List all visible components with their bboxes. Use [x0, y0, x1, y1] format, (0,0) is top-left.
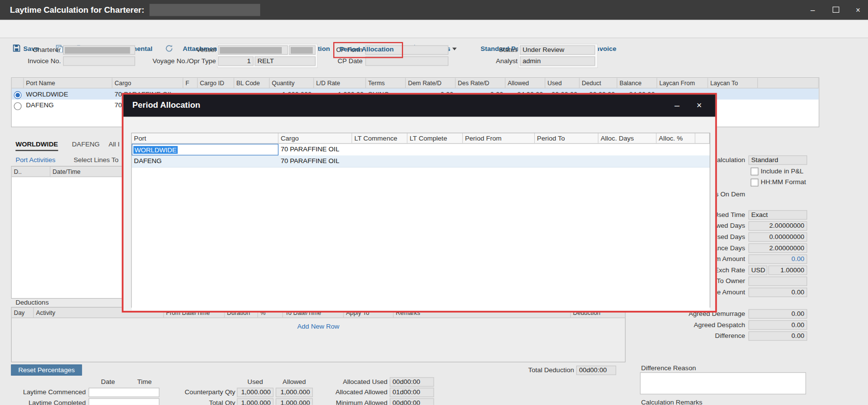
deductions-grid: Day Activity From Date/Time Duration % T… — [11, 307, 626, 362]
add-new-row-link[interactable]: Add New Row — [298, 322, 340, 330]
column-header-alloc-pct[interactable]: Alloc. % — [657, 133, 695, 143]
column-header-used[interactable]: Used — [546, 78, 580, 88]
window-title: Laytime Calculation for Charterer: — [10, 5, 144, 14]
column-header-cargo[interactable]: Cargo — [112, 78, 183, 88]
column-header-dem-rate[interactable]: Dem Rate/D — [406, 78, 456, 88]
period-row-dafeng[interactable]: DAFENG 70 PARAFFINE OIL — [132, 155, 710, 167]
total-qty-label: Total Qty — [158, 398, 235, 405]
toolbar: Save New Incremental Attachments Commiss… — [0, 20, 868, 38]
dem-amount-value: 0.00 — [748, 255, 807, 264]
currency-field[interactable]: USD — [748, 265, 767, 275]
balance-days-value: 2.00000000 — [748, 243, 807, 253]
redacted-vessel-value — [220, 47, 282, 54]
tab-worldwide[interactable]: WORLDWIDE — [16, 141, 58, 151]
column-header-deduct[interactable]: Deduct — [580, 78, 618, 88]
counterparty-qty-label: Counterparty Qty — [158, 388, 235, 397]
invoice-no-field[interactable] — [63, 56, 135, 66]
column-header-f[interactable]: F — [183, 78, 198, 88]
column-header-period-to[interactable]: Period To — [535, 133, 598, 143]
exch-rate-value[interactable]: 1.00000 — [769, 265, 807, 275]
dialog-title: Period Allocation — [132, 100, 200, 109]
calculation-remarks-label: Calculation Remarks — [641, 398, 702, 405]
column-header-lt-commence[interactable]: LT Commence — [352, 133, 407, 143]
column-header-laycan-from[interactable]: Laycan From — [657, 78, 708, 88]
maximize-button[interactable] — [825, 0, 847, 20]
period-grid-empty-area — [132, 167, 710, 310]
column-header-port-name[interactable]: Port Name — [24, 78, 113, 88]
minimum-allowed-label: Minimum Allowed — [310, 398, 388, 405]
column-header-allowed[interactable]: Allowed — [505, 78, 545, 88]
column-header-filler — [758, 78, 818, 88]
laytime-completed-input[interactable] — [89, 398, 160, 405]
column-header-terms[interactable]: Terms — [366, 78, 406, 88]
cell-cargo[interactable]: 70 PARAFFINE OIL — [278, 144, 352, 156]
period-row-worldwide[interactable]: WORLDWIDE 70 PARAFFINE OIL — [132, 144, 710, 156]
redacted-charterer-value — [65, 47, 130, 54]
dialog-minimize-button[interactable]: – — [670, 99, 684, 112]
laytime-commenced-input[interactable] — [89, 388, 160, 397]
charterer-field[interactable] — [63, 46, 135, 55]
column-header-bl-code[interactable]: BL Code — [234, 78, 270, 88]
chevron-down-icon — [452, 48, 457, 51]
to-owner-field[interactable] — [748, 277, 807, 286]
period-grid-header: Port Cargo LT Commence LT Complete Perio… — [132, 133, 710, 143]
port-activities-link[interactable]: Port Activities — [16, 156, 55, 164]
reset-percentages-button[interactable]: Reset Percentages — [11, 364, 82, 376]
counterparty-used-value: 1,000.000 — [237, 388, 273, 397]
include-pl-checkbox[interactable] — [751, 167, 759, 175]
column-header-des-rate[interactable]: Des Rate/D — [456, 78, 506, 88]
hhmm-format-label: HH:MM Format — [761, 178, 806, 187]
used-time-field[interactable]: Exact — [748, 210, 807, 219]
analyst-field[interactable]: admin — [520, 56, 595, 66]
column-header-cargo-id[interactable]: Cargo ID — [198, 78, 234, 88]
status-field[interactable]: Under Review — [520, 46, 595, 55]
difference-label: Difference — [609, 332, 745, 341]
total-deduction-value: 00d00:00 — [576, 366, 616, 375]
cell-port-editing[interactable]: WORLDWIDE — [132, 144, 278, 156]
calculation-field[interactable]: Standard — [748, 155, 807, 165]
period-allocation-button[interactable]: Period Allocation — [339, 46, 394, 53]
column-header-laycan-to[interactable]: Laycan To — [708, 78, 758, 88]
dialog-title-bar: Period Allocation – × — [124, 95, 715, 117]
opr-type-field[interactable]: RELT — [255, 56, 316, 66]
laytime-commenced-label: Laytime Commenced — [0, 388, 86, 397]
close-button[interactable]: × — [847, 0, 868, 20]
column-header-port[interactable]: Port — [132, 133, 278, 143]
total-used-value: 1,000.000 — [237, 398, 273, 405]
tab-all[interactable]: All I — [108, 141, 120, 150]
difference-reason-textarea[interactable] — [640, 372, 806, 394]
cell-port[interactable]: DAFENG — [132, 155, 278, 167]
total-deduction-label: Total Deduction — [476, 366, 574, 375]
column-header-ld-rate[interactable]: L/D Rate — [314, 78, 366, 88]
period-allocation-dialog: Period Allocation – × Port Cargo LT Comm… — [122, 93, 717, 312]
radio-column-header — [12, 78, 24, 88]
column-header-balance[interactable]: Balance — [617, 78, 657, 88]
column-header-quantity[interactable]: Quantity — [270, 78, 314, 88]
column-header-alloc-days[interactable]: Alloc. Days — [598, 133, 657, 143]
allowed-days-value: 2.00000000 — [748, 221, 807, 231]
row-radio[interactable] — [14, 102, 22, 110]
deductions-title: Deductions — [16, 299, 49, 307]
cell-port-name[interactable]: WORLDWIDE — [24, 89, 113, 100]
row-radio-selected[interactable] — [14, 92, 22, 99]
agreed-despatch-label: Agreed Despatch — [609, 320, 745, 330]
minimize-button[interactable]: – — [802, 0, 824, 20]
column-header-day[interactable]: Day — [12, 308, 34, 317]
tab-dafeng[interactable]: DAFENG — [72, 141, 99, 150]
voyage-no-field[interactable]: 1 — [218, 56, 253, 66]
column-header-period-from[interactable]: Period From — [463, 133, 535, 143]
column-header-cargo[interactable]: Cargo — [278, 133, 352, 143]
cell-cargo[interactable]: 70 PARAFFINE OIL — [278, 155, 352, 167]
application-window: Laytime Calculation for Charterer: – × S… — [0, 0, 868, 405]
cell-port-name[interactable]: DAFENG — [24, 99, 113, 111]
select-lines-link[interactable]: Select Lines To — [74, 156, 119, 164]
agreed-demurrage-value[interactable]: 0.00 — [748, 309, 807, 318]
dialog-close-button[interactable]: × — [692, 99, 706, 112]
agreed-despatch-value[interactable]: 0.00 — [748, 320, 807, 330]
vessel-field[interactable] — [218, 46, 288, 55]
counterparty-allowed-value: 1,000.000 — [275, 388, 313, 397]
column-header-day-short[interactable]: D.. — [12, 167, 50, 176]
column-header-lt-complete[interactable]: LT Complete — [407, 133, 463, 143]
total-allowed-value: 1,000.000 — [275, 398, 313, 405]
hhmm-format-checkbox[interactable] — [751, 179, 759, 187]
